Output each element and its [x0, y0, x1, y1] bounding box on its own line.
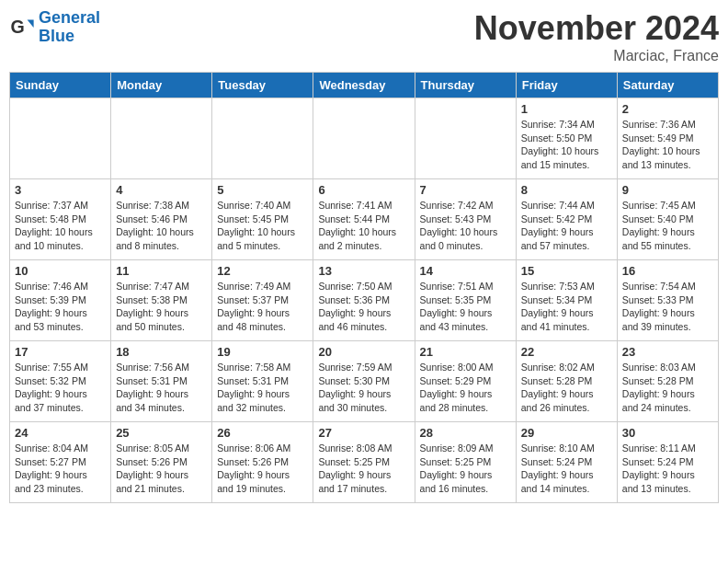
- logo-line1: General: [39, 8, 100, 27]
- calendar-cell: 19Sunrise: 7:58 AM Sunset: 5:31 PM Dayli…: [212, 341, 313, 422]
- calendar-cell: 10Sunrise: 7:46 AM Sunset: 5:39 PM Dayli…: [10, 260, 111, 341]
- day-info: Sunrise: 8:00 AM Sunset: 5:29 PM Dayligh…: [420, 361, 511, 415]
- logo-text: General Blue: [39, 9, 100, 46]
- day-number: 28: [420, 426, 511, 440]
- day-info: Sunrise: 7:41 AM Sunset: 5:44 PM Dayligh…: [318, 199, 409, 253]
- day-info: Sunrise: 8:06 AM Sunset: 5:26 PM Dayligh…: [217, 442, 308, 496]
- calendar-cell: 3Sunrise: 7:37 AM Sunset: 5:48 PM Daylig…: [10, 179, 111, 260]
- svg-text:G: G: [10, 16, 24, 36]
- day-info: Sunrise: 7:58 AM Sunset: 5:31 PM Dayligh…: [217, 361, 308, 415]
- day-info: Sunrise: 7:53 AM Sunset: 5:34 PM Dayligh…: [521, 280, 612, 334]
- day-info: Sunrise: 8:04 AM Sunset: 5:27 PM Dayligh…: [15, 442, 106, 496]
- calendar-body: 1Sunrise: 7:34 AM Sunset: 5:50 PM Daylig…: [10, 98, 719, 503]
- day-number: 25: [116, 426, 207, 440]
- calendar-week-row: 17Sunrise: 7:55 AM Sunset: 5:32 PM Dayli…: [10, 341, 719, 422]
- day-info: Sunrise: 8:10 AM Sunset: 5:24 PM Dayligh…: [521, 442, 612, 496]
- day-number: 8: [521, 183, 612, 197]
- calendar-cell: 25Sunrise: 8:05 AM Sunset: 5:26 PM Dayli…: [111, 422, 212, 503]
- day-info: Sunrise: 7:46 AM Sunset: 5:39 PM Dayligh…: [15, 280, 106, 334]
- day-info: Sunrise: 8:02 AM Sunset: 5:28 PM Dayligh…: [521, 361, 612, 415]
- day-number: 20: [318, 345, 409, 359]
- calendar-cell: [415, 98, 516, 179]
- day-info: Sunrise: 8:08 AM Sunset: 5:25 PM Dayligh…: [318, 442, 409, 496]
- day-info: Sunrise: 7:45 AM Sunset: 5:40 PM Dayligh…: [622, 199, 713, 253]
- day-number: 30: [622, 426, 713, 440]
- calendar-cell: 8Sunrise: 7:44 AM Sunset: 5:42 PM Daylig…: [516, 179, 617, 260]
- day-number: 21: [420, 345, 511, 359]
- calendar-cell: [313, 98, 415, 179]
- day-number: 11: [116, 264, 207, 278]
- calendar-cell: [10, 98, 111, 179]
- calendar-cell: 26Sunrise: 8:06 AM Sunset: 5:26 PM Dayli…: [212, 422, 313, 503]
- day-info: Sunrise: 7:55 AM Sunset: 5:32 PM Dayligh…: [15, 361, 106, 415]
- weekday-header-cell: Thursday: [415, 73, 516, 98]
- calendar-cell: 9Sunrise: 7:45 AM Sunset: 5:40 PM Daylig…: [617, 179, 718, 260]
- day-number: 3: [15, 183, 106, 197]
- day-info: Sunrise: 8:09 AM Sunset: 5:25 PM Dayligh…: [420, 442, 511, 496]
- svg-marker-1: [28, 19, 34, 27]
- day-info: Sunrise: 7:34 AM Sunset: 5:50 PM Dayligh…: [521, 118, 612, 172]
- calendar-cell: 4Sunrise: 7:38 AM Sunset: 5:46 PM Daylig…: [111, 179, 212, 260]
- calendar-cell: 16Sunrise: 7:54 AM Sunset: 5:33 PM Dayli…: [617, 260, 718, 341]
- day-number: 10: [15, 264, 106, 278]
- weekday-header: SundayMondayTuesdayWednesdayThursdayFrid…: [10, 73, 719, 98]
- day-info: Sunrise: 7:36 AM Sunset: 5:49 PM Dayligh…: [622, 118, 713, 172]
- calendar-cell: 21Sunrise: 8:00 AM Sunset: 5:29 PM Dayli…: [415, 341, 516, 422]
- day-number: 29: [521, 426, 612, 440]
- calendar-cell: 5Sunrise: 7:40 AM Sunset: 5:45 PM Daylig…: [212, 179, 313, 260]
- calendar-week-row: 1Sunrise: 7:34 AM Sunset: 5:50 PM Daylig…: [10, 98, 719, 179]
- day-number: 6: [318, 183, 409, 197]
- calendar-cell: 23Sunrise: 8:03 AM Sunset: 5:28 PM Dayli…: [617, 341, 718, 422]
- calendar-cell: 30Sunrise: 8:11 AM Sunset: 5:24 PM Dayli…: [617, 422, 718, 503]
- day-number: 2: [622, 102, 713, 116]
- calendar-cell: 22Sunrise: 8:02 AM Sunset: 5:28 PM Dayli…: [516, 341, 617, 422]
- day-number: 13: [318, 264, 409, 278]
- calendar-cell: 12Sunrise: 7:49 AM Sunset: 5:37 PM Dayli…: [212, 260, 313, 341]
- calendar-cell: 18Sunrise: 7:56 AM Sunset: 5:31 PM Dayli…: [111, 341, 212, 422]
- weekday-header-cell: Wednesday: [313, 73, 415, 98]
- calendar-cell: 2Sunrise: 7:36 AM Sunset: 5:49 PM Daylig…: [617, 98, 718, 179]
- day-info: Sunrise: 7:38 AM Sunset: 5:46 PM Dayligh…: [116, 199, 207, 253]
- day-number: 27: [318, 426, 409, 440]
- calendar-cell: 1Sunrise: 7:34 AM Sunset: 5:50 PM Daylig…: [516, 98, 617, 179]
- day-info: Sunrise: 7:54 AM Sunset: 5:33 PM Dayligh…: [622, 280, 713, 334]
- day-info: Sunrise: 7:47 AM Sunset: 5:38 PM Dayligh…: [116, 280, 207, 334]
- weekday-header-cell: Tuesday: [212, 73, 313, 98]
- calendar-table: SundayMondayTuesdayWednesdayThursdayFrid…: [9, 72, 719, 503]
- day-info: Sunrise: 7:50 AM Sunset: 5:36 PM Dayligh…: [318, 280, 409, 334]
- logo-icon: G: [9, 15, 35, 40]
- calendar-cell: [212, 98, 313, 179]
- day-info: Sunrise: 7:44 AM Sunset: 5:42 PM Dayligh…: [521, 199, 612, 253]
- day-number: 23: [622, 345, 713, 359]
- calendar-cell: 6Sunrise: 7:41 AM Sunset: 5:44 PM Daylig…: [313, 179, 415, 260]
- day-number: 5: [217, 183, 308, 197]
- day-number: 1: [521, 102, 612, 116]
- calendar-week-row: 3Sunrise: 7:37 AM Sunset: 5:48 PM Daylig…: [10, 179, 719, 260]
- day-number: 4: [116, 183, 207, 197]
- day-number: 17: [15, 345, 106, 359]
- calendar-cell: 27Sunrise: 8:08 AM Sunset: 5:25 PM Dayli…: [313, 422, 415, 503]
- logo: G General Blue: [9, 9, 100, 46]
- weekday-header-cell: Sunday: [10, 73, 111, 98]
- weekday-header-cell: Monday: [111, 73, 212, 98]
- day-number: 14: [420, 264, 511, 278]
- calendar-week-row: 10Sunrise: 7:46 AM Sunset: 5:39 PM Dayli…: [10, 260, 719, 341]
- day-number: 12: [217, 264, 308, 278]
- calendar-cell: 7Sunrise: 7:42 AM Sunset: 5:43 PM Daylig…: [415, 179, 516, 260]
- calendar-cell: 24Sunrise: 8:04 AM Sunset: 5:27 PM Dayli…: [10, 422, 111, 503]
- calendar-cell: 29Sunrise: 8:10 AM Sunset: 5:24 PM Dayli…: [516, 422, 617, 503]
- day-number: 24: [15, 426, 106, 440]
- calendar-cell: 28Sunrise: 8:09 AM Sunset: 5:25 PM Dayli…: [415, 422, 516, 503]
- calendar-cell: 20Sunrise: 7:59 AM Sunset: 5:30 PM Dayli…: [313, 341, 415, 422]
- calendar-cell: 15Sunrise: 7:53 AM Sunset: 5:34 PM Dayli…: [516, 260, 617, 341]
- day-info: Sunrise: 7:40 AM Sunset: 5:45 PM Dayligh…: [217, 199, 308, 253]
- day-info: Sunrise: 8:03 AM Sunset: 5:28 PM Dayligh…: [622, 361, 713, 415]
- location-title: Marciac, France: [474, 48, 719, 64]
- day-info: Sunrise: 7:56 AM Sunset: 5:31 PM Dayligh…: [116, 361, 207, 415]
- title-area: November 2024 Marciac, France: [474, 9, 719, 64]
- calendar-cell: 17Sunrise: 7:55 AM Sunset: 5:32 PM Dayli…: [10, 341, 111, 422]
- day-number: 16: [622, 264, 713, 278]
- day-info: Sunrise: 7:51 AM Sunset: 5:35 PM Dayligh…: [420, 280, 511, 334]
- day-info: Sunrise: 7:59 AM Sunset: 5:30 PM Dayligh…: [318, 361, 409, 415]
- weekday-header-cell: Friday: [516, 73, 617, 98]
